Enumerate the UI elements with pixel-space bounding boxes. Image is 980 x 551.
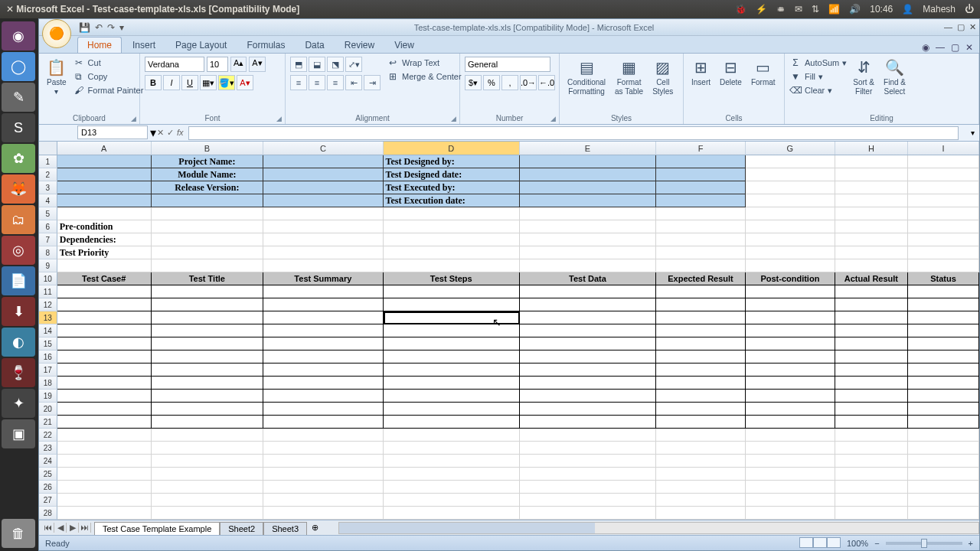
zoom-level[interactable]: 100% — [847, 539, 868, 548]
cell[interactable] — [57, 350, 152, 364]
cell[interactable] — [835, 507, 908, 520]
minimize-ribbon-icon[interactable]: — — [936, 42, 945, 53]
cell[interactable] — [835, 455, 908, 468]
cell[interactable] — [835, 298, 908, 311]
cell[interactable]: Release Version: — [152, 181, 264, 194]
increase-decimal-icon[interactable]: .0→ — [520, 75, 537, 90]
cell[interactable] — [152, 455, 264, 468]
cell[interactable] — [835, 481, 908, 494]
cut-button[interactable]: ✂Cut — [73, 57, 144, 69]
row-header[interactable]: 25 — [39, 468, 57, 481]
row-header[interactable]: 13 — [39, 311, 57, 324]
cell[interactable] — [835, 377, 908, 390]
cell[interactable] — [520, 350, 656, 364]
cell[interactable]: Project Name: — [152, 155, 264, 168]
cell[interactable] — [57, 155, 152, 168]
cell[interactable] — [57, 377, 152, 390]
row-header[interactable]: 19 — [39, 390, 57, 403]
fill-button[interactable]: ▼Fill ▾ — [789, 70, 847, 83]
tab-formulas[interactable]: Formulas — [237, 37, 294, 53]
increase-indent-icon[interactable]: ⇥ — [364, 75, 381, 90]
comma-icon[interactable]: , — [501, 75, 518, 90]
cell[interactable] — [520, 416, 656, 429]
format-painter-button[interactable]: 🖌Format Painter — [73, 84, 144, 96]
cell[interactable] — [908, 285, 979, 298]
cell[interactable] — [263, 311, 383, 324]
cell[interactable]: Test Executed by: — [384, 181, 520, 194]
chrome-icon[interactable]: ◯ — [2, 52, 35, 81]
cell[interactable] — [908, 455, 979, 468]
cell[interactable] — [908, 377, 979, 390]
cell[interactable] — [152, 246, 264, 259]
row-header[interactable]: 12 — [39, 298, 57, 311]
cell[interactable] — [746, 311, 835, 324]
align-left-icon[interactable]: ≡ — [290, 75, 307, 90]
cell[interactable] — [384, 429, 520, 442]
cell[interactable] — [908, 194, 979, 207]
row-header[interactable]: 21 — [39, 416, 57, 429]
cell[interactable] — [908, 311, 979, 324]
cell[interactable] — [746, 259, 835, 272]
cell[interactable] — [152, 207, 264, 220]
volume-icon[interactable]: 🔊 — [849, 4, 861, 15]
cell[interactable] — [520, 442, 656, 455]
cell[interactable] — [57, 390, 152, 403]
col-header[interactable]: E — [520, 142, 656, 155]
cell[interactable]: Test Designed date: — [384, 168, 520, 181]
cell[interactable] — [746, 246, 835, 259]
cell[interactable] — [746, 455, 835, 468]
cell[interactable] — [263, 246, 383, 259]
cell[interactable] — [656, 311, 746, 324]
cell[interactable] — [263, 468, 383, 481]
cell[interactable] — [263, 481, 383, 494]
session-icon[interactable]: ⏻ — [965, 4, 974, 15]
files-icon[interactable]: 🗂 — [2, 205, 35, 234]
sublime-icon[interactable]: S — [2, 113, 35, 142]
cell[interactable] — [908, 429, 979, 442]
cell[interactable] — [263, 233, 383, 246]
close-button[interactable]: ✕ — [969, 22, 976, 32]
spreadsheet-grid[interactable]: A B C D E F G H I 1Project Name:Test Des… — [39, 142, 979, 520]
cell[interactable] — [908, 468, 979, 481]
cell[interactable] — [656, 181, 746, 194]
cell[interactable] — [57, 494, 152, 507]
cell[interactable] — [908, 220, 979, 233]
cell[interactable]: Test Summary — [263, 272, 383, 285]
cell[interactable] — [656, 324, 746, 337]
cell[interactable] — [746, 364, 835, 377]
zoom-slider[interactable] — [886, 542, 962, 545]
network-icon[interactable]: ⇅ — [812, 4, 819, 15]
office-button[interactable]: 🟠 — [42, 19, 71, 48]
col-header[interactable]: G — [746, 142, 835, 155]
cell[interactable] — [57, 416, 152, 429]
cell[interactable] — [656, 155, 746, 168]
row-header[interactable]: 1 — [39, 155, 57, 168]
cell[interactable] — [835, 155, 908, 168]
cell[interactable] — [656, 494, 746, 507]
view-buttons[interactable] — [799, 537, 841, 549]
autosum-button[interactable]: ΣAutoSum ▾ — [789, 57, 847, 69]
font-name-select[interactable] — [145, 57, 204, 72]
cell[interactable] — [520, 481, 656, 494]
cell[interactable] — [384, 324, 520, 337]
dropbox-icon[interactable]: ⩩ — [776, 4, 786, 15]
cell[interactable] — [746, 390, 835, 403]
col-header[interactable]: H — [835, 142, 908, 155]
select-all-corner[interactable] — [39, 142, 57, 155]
cell[interactable] — [520, 155, 656, 168]
cell[interactable] — [908, 350, 979, 364]
cell[interactable] — [746, 194, 835, 207]
ubuntu-close-icon[interactable]: ✕ — [6, 4, 14, 15]
cell[interactable] — [520, 337, 656, 350]
cell[interactable] — [384, 259, 520, 272]
app3-icon[interactable]: ◐ — [2, 328, 35, 357]
cell[interactable]: Dependencies: — [57, 233, 152, 246]
cell[interactable] — [656, 246, 746, 259]
cell[interactable] — [263, 507, 383, 520]
cell[interactable] — [57, 481, 152, 494]
download-icon[interactable]: ⬇ — [2, 297, 35, 326]
row-header[interactable]: 18 — [39, 377, 57, 390]
cell[interactable] — [152, 220, 264, 233]
help-icon[interactable]: ◉ — [922, 42, 929, 53]
row-header[interactable]: 24 — [39, 455, 57, 468]
